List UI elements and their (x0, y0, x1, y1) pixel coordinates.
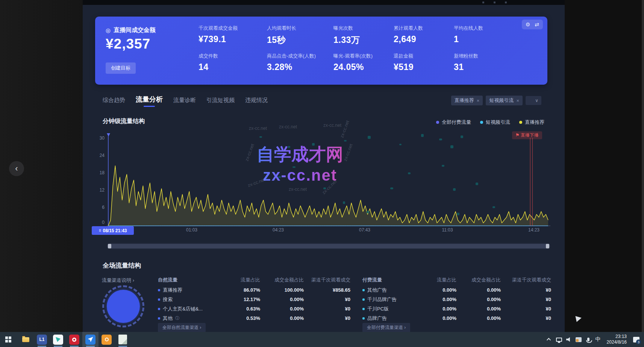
app-teal-button[interactable] (50, 332, 66, 347)
screen-edge-strip (642, 0, 644, 332)
gpm-value: ¥0 (501, 315, 551, 321)
tab-traffic-analysis[interactable]: 流量分析 (136, 95, 163, 107)
group-label: 付费流量 (362, 277, 419, 283)
tab-label: 流量分析 (136, 96, 163, 103)
traffic-share: 0.00% (419, 306, 456, 312)
metric-label: 曝光次数 (333, 25, 394, 32)
back-button[interactable]: ‹ (9, 161, 24, 176)
minute-chart-title: 分钟级流量结构 (103, 117, 145, 125)
metric: 成交件数 14 (199, 53, 267, 72)
grip-icon: ⠿ (98, 229, 101, 233)
tray-display-button[interactable] (554, 332, 564, 347)
close-icon[interactable]: × (477, 98, 480, 103)
app-pointer-button[interactable] (82, 332, 98, 347)
gmv-share: 0.00% (456, 315, 501, 321)
table-row: 其他广告 0.00% 0.00% ¥0 (362, 285, 551, 295)
kpi-main-value: ¥2,357 (106, 36, 150, 52)
info-icon[interactable]: ⓘ (175, 315, 179, 321)
scrollbar-handle-right[interactable] (546, 244, 549, 248)
tab-overview[interactable]: 综合趋势 (103, 97, 125, 107)
metric: 曝光次数 1.33万 (333, 25, 394, 46)
y-axis-tick: 12 (94, 187, 105, 193)
gmv-share: 0.00% (456, 306, 501, 312)
gear-icon[interactable]: ⚙ (526, 21, 530, 27)
tray-microphone-button[interactable] (583, 332, 593, 347)
legend-item-paid[interactable]: 全部付费流量 (436, 119, 471, 126)
minute-traffic-chart[interactable] (107, 132, 550, 227)
start-time-label: 08/15 21:43 (103, 228, 127, 233)
chart-svg (107, 132, 550, 227)
watermark-scatter: zx-cc.net (249, 126, 267, 131)
x-axis-start-label[interactable]: ⠿ 08/15 21:43 (92, 226, 134, 235)
tab-short-video[interactable]: 引流短视频 (206, 97, 235, 107)
filter-tag-live-recommend[interactable]: 直播推荐 × (451, 96, 483, 105)
row-label: 直播推荐 (163, 287, 182, 294)
start-button[interactable] (0, 332, 16, 347)
create-goal-button[interactable]: 创建目标 (106, 62, 136, 74)
table-row: 品牌广告 0.00% 0.00% ¥0 (362, 314, 551, 323)
arrow-right-icon: › (133, 277, 134, 283)
col-header: 流量占比 (419, 277, 456, 283)
link-label: 全部自然流量渠道 (162, 325, 199, 330)
row-label: 搜索 (163, 296, 173, 303)
link-label: 流量渠道说明 (102, 277, 131, 283)
ime-indicator[interactable]: 中 (593, 332, 603, 347)
row-label: 品牌广告 (367, 315, 387, 322)
kpi-toolbar: ⚙ ⇄ (522, 20, 543, 29)
legend-item-short-video[interactable]: 短视频引流 (480, 119, 510, 126)
link-label: 全部付费流量渠道 (367, 325, 403, 330)
tab-violations[interactable]: 违规情况 (245, 97, 268, 107)
legend-item-live-recommend[interactable]: 直播推荐 (519, 119, 544, 126)
table-row: 直播推荐 86.07% 100.00% ¥858.65 (158, 285, 350, 295)
notification-center-button[interactable]: 3 (630, 332, 642, 347)
filter-tags: 直播推荐 × 短视频引流 × ∨ (451, 96, 541, 105)
tray-volume-button[interactable] (564, 332, 574, 347)
all-natural-channels-link[interactable]: 全部自然流量渠道 › (158, 323, 206, 332)
legend-label: 直播推荐 (525, 119, 544, 126)
gpm-value: ¥0 (304, 315, 350, 321)
clock-date: 2024/8/16 (607, 339, 627, 345)
app-orange-button[interactable] (98, 332, 115, 347)
tray-expand-button[interactable] (544, 332, 554, 347)
chart-legend: 全部付费流量 短视频引流 直播推荐 (436, 119, 544, 126)
topbar-icon (494, 2, 496, 3)
scrollbar-range[interactable] (108, 244, 550, 248)
taskbar-clock[interactable]: 23:13 2024/8/16 (603, 334, 630, 345)
legend-label: 全部付费流量 (442, 119, 471, 126)
windows-taskbar: L1 中 23:13 2024/8/16 (0, 332, 644, 347)
app-notepad-button[interactable] (115, 332, 131, 347)
all-paid-channels-link[interactable]: 全部付费流量渠道 › (362, 323, 410, 332)
chevron-down-icon: ∨ (535, 98, 538, 103)
chart-range-scrollbar[interactable] (107, 243, 550, 249)
window-top-strip (83, 0, 565, 5)
metric: 曝光-观看率(次数) 24.05% (333, 53, 394, 72)
metric-label: 人均观看时长 (267, 25, 333, 32)
scrollbar-handle-left[interactable] (108, 244, 111, 248)
legend-dot (480, 121, 483, 124)
tag-label: 直播推荐 (455, 97, 474, 104)
group-label: 自然流量 (158, 277, 221, 283)
close-icon[interactable]: × (516, 98, 519, 103)
metric-value: ¥519 (394, 62, 454, 72)
file-explorer-button[interactable] (18, 332, 34, 347)
watermark-scatter: zx-cc.net (279, 124, 297, 129)
gpm-value: ¥0 (501, 297, 551, 302)
app-l1-button[interactable]: L1 (34, 332, 50, 347)
metric-value: 1.33万 (333, 34, 394, 46)
clock-time: 23:13 (607, 334, 627, 339)
tab-traffic-diagnosis[interactable]: 流量诊断 (173, 97, 196, 107)
table-row: 搜索 12.17% 0.00% ¥0 (158, 295, 350, 304)
traffic-share: 86.07% (221, 287, 260, 293)
channel-explain-link[interactable]: 流量渠道说明 › (102, 277, 134, 284)
app-red-button[interactable] (66, 332, 82, 347)
chevron-up-icon (547, 338, 551, 342)
swap-icon[interactable]: ⇄ (535, 21, 539, 27)
topbar-icon (482, 2, 484, 3)
arrow-right-icon: › (404, 325, 406, 330)
filter-dropdown[interactable]: ∨ (526, 96, 541, 105)
metric: 新增粉丝数 31 (454, 53, 542, 72)
filter-tag-short-video[interactable]: 短视频引流 × (486, 96, 523, 105)
traffic-share: 0.00% (419, 297, 456, 302)
tray-photos-button[interactable] (574, 332, 583, 347)
col-header: 渠道千次观看成交 (304, 277, 350, 283)
